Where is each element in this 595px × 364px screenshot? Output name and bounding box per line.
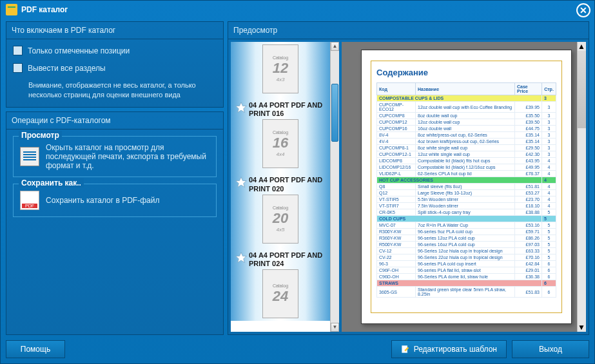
scroll-thumb[interactable] (331, 84, 338, 142)
table-row: MVC-077oz R+In PLA Water Cup£53.165 (377, 222, 556, 229)
table-row: CR-0K5Spill stick–4-cup carry tray£38.88… (377, 209, 556, 216)
window-title: PDF каталог (21, 5, 68, 14)
svg-marker-2 (236, 252, 247, 262)
table-row: VT-STIR77.5in Wooden stirrer£18.104 (377, 203, 556, 209)
footer: Помощь Редактировать шаблон Выход (6, 335, 589, 358)
table-row: CV-1296-Series 12oz hiula cup in tropica… (377, 248, 556, 254)
edit-icon (401, 345, 410, 354)
table-row: CUPCOMP1616oz double wall£44.753 (377, 126, 556, 132)
table-row: LIDCOMP12/16Compostable lid (black) f.12… (377, 164, 556, 171)
table-row: Q12Large Sleeve (fits 10-12oz)£53.274 (377, 190, 556, 196)
table-row: Q8Small sleeve (fits 8oz)£51.814 (377, 184, 556, 190)
preview-section[interactable]: Просмотр Окрыть каталог на просмотр для … (13, 136, 217, 177)
toc-col-header: Case Price (515, 83, 542, 95)
star-icon (235, 101, 248, 114)
pdf-catalog-window: PDF каталог ✕ Что включаем в PDF каталог… (0, 0, 595, 364)
toc-col-header: Название (416, 83, 515, 95)
include-panel: Что включаем в PDF каталог Только отмече… (6, 21, 224, 108)
page-scroll-thumb[interactable] (578, 51, 586, 128)
table-row: STRAWS6 (377, 280, 556, 287)
preview-page: Содержание КодНазваниеCase PriceСтр. COM… (361, 50, 572, 324)
save-title: Сохранить как.. (19, 178, 84, 187)
table-row: C96F-OH96-series PLA flat lid, straw-slo… (377, 267, 556, 274)
table-row: CUPCOMP1212oz double wall cup£39.503 (377, 119, 556, 126)
table-row: 3605-GSStandard green stripe clear 5mm P… (377, 287, 556, 298)
only-marked-row[interactable]: Только отмеченные позиции (13, 46, 217, 55)
thumb-image: Catalog124x3 (262, 44, 298, 93)
table-row: COLD CUPS5 (377, 216, 556, 222)
include-hint: Внимание, отображается не весь каталог, … (13, 81, 217, 101)
preview-text: Окрыть каталог на просмотр для последующ… (46, 143, 210, 170)
thumb-title: 04 A4 PORT PDF AND PRINT 016 (249, 101, 326, 118)
table-row: VT-STIR55.5in Wooden stirrer£23.704 (377, 196, 556, 203)
thumbnail-item[interactable]: Catalog124x3 (231, 42, 330, 96)
thumbnail-item[interactable]: 04 A4 PORT PDF AND PRINT 020Catalog204x5 (231, 171, 330, 245)
table-row: 8V-48oz white/press-out cup, 62-Series£3… (377, 132, 556, 139)
table-row: CUPCOMP12-112oz white single wall cup£42… (377, 151, 556, 158)
table-row: LIDCOMP8Compostable lid (black) fits hot… (377, 158, 556, 164)
toc-title: Содержание (376, 68, 556, 77)
svg-marker-1 (236, 177, 247, 187)
all-sections-label: Вывести все разделы (28, 64, 106, 73)
table-row: R500Y-KW96-series 16oz PLA cold cup£97.0… (377, 242, 556, 248)
all-sections-row[interactable]: Вывести все разделы (13, 63, 217, 73)
app-icon (6, 4, 17, 15)
table-row: 4V-44oz brown kraft/press-out cup, 62-Se… (377, 139, 556, 145)
table-row: CUPCOMP-ECO1212oz double wall cup with E… (377, 102, 556, 113)
pdf-icon (20, 191, 39, 210)
titlebar: PDF каталог ✕ (1, 1, 594, 19)
table-row: CUPCOMP88oz double wall cup£35.503 (377, 113, 556, 119)
preview-panel: Предосмотр Catalog124x304 A4 PORT PDF AN… (228, 21, 589, 335)
save-text: Сохранить каталог в PDF-файл (46, 196, 159, 205)
thumbs-scrollbar[interactable]: ▲ ▼ (330, 42, 339, 332)
operations-panel: Операции с PDF-каталогом Просмотр Окрыть… (6, 111, 224, 335)
table-row: C96D-OH96-Series PLA dome lid, straw hol… (377, 274, 556, 280)
toc-col-header: Стр. (542, 83, 556, 95)
scroll-up-button[interactable]: ▲ (331, 42, 339, 51)
preview-header: Предосмотр (228, 22, 589, 39)
page-scroll-up-button[interactable]: ▲ (578, 42, 586, 51)
include-header: Что включаем в PDF каталог (6, 22, 223, 39)
all-sections-checkbox[interactable] (13, 63, 23, 73)
star-icon (235, 176, 248, 189)
document-icon (20, 147, 39, 166)
page-scrollbar[interactable]: ▲ ▼ (577, 42, 586, 332)
page-preview: Содержание КодНазваниеCase PriceСтр. COM… (342, 42, 586, 332)
star-icon (235, 251, 248, 264)
table-row: R360Y-KW96-series 12oz PLA cold cup£86.2… (377, 235, 556, 242)
thumb-title: 04 A4 PORT PDF AND PRINT 020 (249, 176, 326, 193)
help-button[interactable]: Помощь (6, 340, 65, 358)
only-marked-label: Только отмеченные позиции (28, 46, 130, 55)
edit-template-button[interactable]: Редактировать шаблон (391, 340, 507, 358)
svg-marker-0 (236, 102, 247, 113)
operations-header: Операции с PDF-каталогом (6, 112, 223, 129)
only-marked-checkbox[interactable] (13, 46, 23, 55)
table-row: CUPCOMP8-18oz white single wall cup£29.5… (377, 145, 556, 151)
thumb-image: Catalog164x4 (262, 119, 298, 168)
toc-col-header: Код (377, 83, 416, 95)
thumb-title: 04 A4 PORT PDF AND PRINT 024 (249, 251, 326, 268)
toc-table: КодНазваниеCase PriceСтр. COMPOSTABLE CU… (376, 82, 556, 298)
preview-title: Просмотр (19, 131, 62, 140)
thumbnail-item[interactable]: 04 A4 PORT PDF AND PRINT 024Catalog24 (231, 246, 330, 321)
thumb-image: Catalog24 (262, 269, 298, 318)
exit-button[interactable]: Выход (512, 340, 589, 358)
table-row: CV-2296-Series 22oz hiula cup in tropica… (377, 254, 556, 261)
thumb-image: Catalog204x5 (262, 195, 298, 244)
close-button[interactable]: ✕ (576, 3, 590, 17)
table-row: 96-396-series PLA cold cup insert£42.846 (377, 261, 556, 267)
table-row: R300Y-KW96-series 9oz PLA cold cup£59.71… (377, 229, 556, 235)
table-row: HOT CUP ACCESSORIES4 (377, 177, 556, 184)
scroll-down-button[interactable]: ▼ (331, 323, 339, 332)
table-row: VLID62P-L62-Series CPLA hot cup lid£78.3… (377, 171, 556, 177)
thumbnail-item[interactable]: 04 A4 PORT PDF AND PRINT 016Catalog164x4 (231, 96, 330, 171)
table-row: COMPOSTABLE CUPS & LIDS3 (377, 95, 556, 102)
save-section[interactable]: Сохранить как.. Сохранить каталог в PDF-… (13, 184, 217, 217)
thumbnail-list: Catalog124x304 A4 PORT PDF AND PRINT 016… (231, 42, 339, 332)
page-scroll-down-button[interactable]: ▼ (578, 323, 586, 332)
